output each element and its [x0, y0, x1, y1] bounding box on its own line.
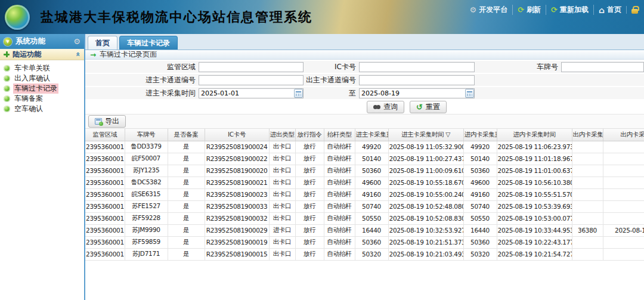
- table-cell: R239525081900033: [205, 200, 269, 212]
- table-row[interactable]: 2395360001苏FE1527是R239525081900033出卡口放行自…: [85, 200, 644, 212]
- sidebar-item-label: 空车确认: [13, 104, 44, 114]
- table-cell: 2395360001: [85, 224, 125, 236]
- table-cell: 进卡口: [269, 224, 295, 236]
- column-header-是否备案[interactable]: 是否备案: [168, 129, 205, 141]
- table-row[interactable]: 2395360001苏JD7171是R239525081900015出卡口放行自…: [85, 248, 644, 260]
- monitor-area-input[interactable]: [199, 62, 304, 72]
- table-cell: 是: [168, 224, 205, 236]
- tab-车辆过卡记录[interactable]: 车辆过卡记录: [119, 36, 178, 50]
- table-cell: [572, 165, 603, 177]
- column-header-IC卡号[interactable]: IC卡号: [205, 129, 269, 141]
- column-header-车牌号[interactable]: 车牌号: [125, 129, 168, 141]
- table-cell: 自动抬杆: [324, 188, 355, 200]
- sidebar-item-空车确认[interactable]: 空车确认: [0, 104, 84, 114]
- table-cell: 自动抬杆: [324, 248, 355, 260]
- table-cell: 2025-08-19 11:06:23.973: [497, 141, 572, 153]
- table-cell: 2395360001: [85, 212, 125, 224]
- export-bar: 导出: [85, 115, 644, 129]
- form-row-2: 进主卡通道编号 出主卡通道编号: [85, 74, 644, 86]
- table-cell: 是: [168, 165, 205, 177]
- out-channel-label: 出主卡通道编号: [304, 75, 359, 85]
- table-cell: 皖SE6315: [125, 188, 168, 200]
- column-header-进主卡采集重量[interactable]: 进主卡采集重量: [355, 129, 388, 141]
- table-row[interactable]: 2395360001皖SE6315是R239525081900023出卡口放行自…: [85, 188, 644, 200]
- table-cell: 放行: [295, 177, 324, 188]
- sidebar-item-label: 出入库确认: [13, 73, 51, 83]
- in-channel-input[interactable]: [199, 75, 304, 85]
- calendar-icon[interactable]: [465, 89, 474, 98]
- table-cell: 50320: [355, 248, 388, 260]
- column-header-进出类型[interactable]: 进出类型: [269, 129, 295, 141]
- table-cell: [603, 236, 644, 248]
- export-button[interactable]: 导出: [88, 115, 126, 128]
- sidebar-item-label: 车辆过卡记录: [13, 83, 58, 94]
- table-row[interactable]: 2395360001苏F59228是R239525081900032出卡口放行自…: [85, 212, 644, 224]
- table-cell: 16440: [463, 224, 497, 236]
- column-header-监管区域[interactable]: 监管区域: [85, 129, 125, 141]
- app-header: 盐城港大丰保税物流中心场站信息管理系统 ⚙开发平台⟳刷新⟳重新加载⌂首页: [0, 0, 644, 34]
- sidebar-header[interactable]: ▼ 系统功能 ⚙: [0, 34, 84, 49]
- time-to-input[interactable]: [359, 88, 475, 98]
- sidebar-item-出入库确认[interactable]: 出入库确认: [0, 73, 84, 83]
- table-cell: 是: [168, 248, 205, 260]
- query-button[interactable]: 查询: [367, 101, 404, 113]
- table-cell: 36380: [572, 224, 603, 236]
- table-cell: [572, 141, 603, 153]
- table-row[interactable]: 2395360001鲁DD3379是R239525081900024出卡口放行自…: [85, 141, 644, 153]
- green-dot-icon: [4, 75, 10, 82]
- header-link-label: 首页: [607, 5, 621, 15]
- column-header-抬杆类型[interactable]: 抬杆类型: [324, 129, 355, 141]
- header-link-dev-platform[interactable]: ⚙开发平台: [465, 5, 513, 15]
- calendar-icon[interactable]: [294, 89, 303, 98]
- sidebar-item-车辆备案[interactable]: 车辆备案: [0, 94, 84, 104]
- table-cell: 出卡口: [269, 188, 295, 200]
- table-row[interactable]: 2395360001鲁DC5382是R239525081900021出卡口放行自…: [85, 177, 644, 188]
- table-cell: [603, 248, 644, 260]
- query-form: 监管区域 IC卡号 车牌号 进主卡通道编号 出主卡通道编号 进主卡采集时间 至: [85, 60, 644, 100]
- chevron-up-icon[interactable]: «: [74, 52, 82, 57]
- table-cell: 2025-08-19 10:56:10.380: [497, 177, 572, 188]
- plus-icon: [4, 51, 10, 57]
- table-cell: 出卡口: [269, 177, 295, 188]
- column-header-放行指令[interactable]: 放行指令: [295, 129, 324, 141]
- time-from-input[interactable]: [199, 88, 304, 98]
- column-header-进内卡采集重量[interactable]: 进内卡采集重量: [463, 129, 497, 141]
- table-cell: 自动抬杆: [324, 141, 355, 153]
- plate-input[interactable]: [561, 62, 644, 72]
- table-row[interactable]: 2395360001皖F50007是R239525081900022出卡口放行自…: [85, 153, 644, 165]
- reset-button[interactable]: ↺ 重置: [410, 101, 447, 113]
- table-row[interactable]: 2395360001苏JY1235是R239525081900020出卡口放行自…: [85, 165, 644, 177]
- table-cell: [603, 188, 644, 200]
- column-header-进内卡采集时间[interactable]: 进内卡采集时间: [497, 129, 572, 141]
- header-link-lock[interactable]: [626, 6, 643, 14]
- table-row[interactable]: 2395360001苏F59859是R239525081900019出卡口放行自…: [85, 236, 644, 248]
- sidebar-section-header[interactable]: 陆运功能 «: [0, 49, 84, 60]
- table-cell: 放行: [295, 248, 324, 260]
- out-channel-input[interactable]: [359, 75, 475, 85]
- ic-card-input[interactable]: [359, 62, 475, 72]
- table-cell: [572, 188, 603, 200]
- table-cell: 2025-08-19 11:01:18.967: [497, 153, 572, 165]
- table-cell: 是: [168, 236, 205, 248]
- header-link-label: 开发平台: [479, 5, 507, 15]
- table-cell: 放行: [295, 224, 324, 236]
- header-link-reload[interactable]: ⟳重新加载: [546, 5, 593, 15]
- header-link-refresh[interactable]: ⟳刷新: [512, 5, 546, 15]
- sidebar-item-车卡单关联[interactable]: 车卡单关联: [0, 63, 84, 73]
- column-header-出内卡采集重量[interactable]: 出内卡采集重量: [572, 129, 603, 141]
- column-header-进主卡采集时间[interactable]: 进主卡采集时间 ▽: [388, 129, 463, 141]
- panel-collapse-icon[interactable]: ▼: [4, 38, 12, 46]
- gear-icon[interactable]: ⚙: [73, 37, 80, 46]
- column-header-出内卡采集时间[interactable]: 出内卡采集时间: [603, 129, 644, 141]
- table-cell: 2025-08-19 11:00:27.437: [388, 153, 463, 165]
- header-link-home[interactable]: ⌂首页: [593, 5, 626, 15]
- table-cell: 是: [168, 153, 205, 165]
- sidebar-item-车辆过卡记录[interactable]: 车辆过卡记录: [0, 83, 84, 94]
- table-cell: 2025-08-19 10:21:51.373: [388, 236, 463, 248]
- table-cell: 苏F59228: [125, 212, 168, 224]
- table-row[interactable]: 2395360001苏JM9990是R239525081900029进卡口放行自…: [85, 224, 644, 236]
- table-cell: R239525081900021: [205, 177, 269, 188]
- tab-首页[interactable]: 首页: [88, 36, 117, 50]
- table-cell: 出卡口: [269, 236, 295, 248]
- form-row-1: 监管区域 IC卡号 车牌号: [85, 61, 644, 73]
